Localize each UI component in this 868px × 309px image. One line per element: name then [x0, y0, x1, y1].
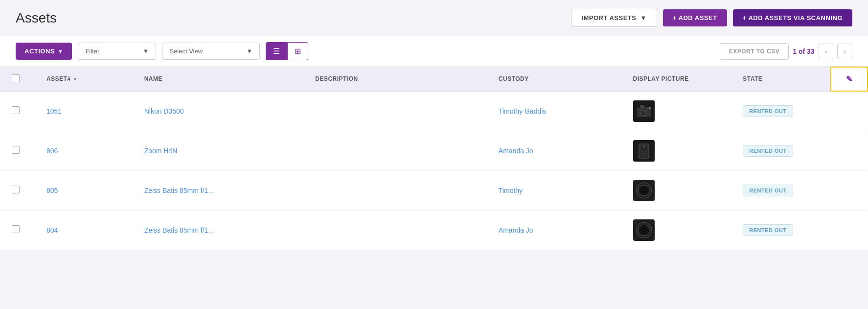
toolbar-right: EXPORT TO CSV 1 of 33 ‹ › [720, 43, 852, 60]
view-toggle-group: ☰ ⊞ [266, 42, 308, 60]
assets-table: ASSET# ▼ NAME DESCRIPTION CUSTODY DISPLA… [0, 67, 868, 250]
page-total: of 33 [799, 48, 815, 55]
asset-link-0[interactable]: 1051 [46, 107, 62, 115]
export-label: EXPORT TO CSV [729, 48, 780, 55]
edit-pencil-icon[interactable]: ✎ [846, 75, 853, 83]
name-link-3[interactable]: Zeiss Batis 85mm f/1... [144, 226, 214, 234]
device-image-0 [633, 100, 655, 122]
custody-link-0[interactable]: Timothy Gaddis [499, 107, 547, 115]
svg-rect-9 [641, 151, 647, 152]
row-name-0: Nikon D3500 [135, 91, 306, 131]
row-custody-1: Amanda Jo [489, 131, 623, 170]
column-header-display-picture: DISPLAY PICTURE [623, 67, 733, 91]
row-state-3: RENTED OUT [733, 210, 831, 250]
row-description-3 [305, 210, 489, 250]
svg-rect-4 [640, 105, 644, 108]
import-assets-button[interactable]: IMPORT ASSETS ▼ [571, 9, 657, 27]
device-image-2 [633, 180, 655, 201]
row-state-1: RENTED OUT [733, 131, 831, 170]
asset-link-2[interactable]: 805 [46, 187, 58, 194]
row-description-2 [305, 170, 489, 210]
view-chevron-icon: ▼ [247, 48, 253, 55]
row-asset-num-0: 1051 [37, 91, 135, 131]
name-link-1[interactable]: Zoom H4N [144, 147, 178, 155]
column-header-custody: CUSTODY [489, 67, 623, 91]
add-scanning-label: + ADD ASSETS VIA SCANNING [743, 14, 843, 22]
add-asset-label: + ADD ASSET [673, 14, 717, 22]
asset-link-3[interactable]: 804 [46, 226, 58, 234]
asset-sort-icon[interactable]: ▼ [73, 76, 78, 82]
add-assets-scanning-button[interactable]: + ADD ASSETS VIA SCANNING [733, 9, 852, 26]
table-header-row: ASSET# ▼ NAME DESCRIPTION CUSTODY DISPLA… [0, 67, 868, 91]
toolbar: ACTIONS ▼ Filter ▼ Select View ▼ ☰ ⊞ EXP… [0, 36, 868, 67]
row-checkbox-3[interactable] [12, 225, 20, 233]
page-title: Assets [16, 10, 57, 26]
column-header-description: DESCRIPTION [305, 67, 489, 91]
list-view-icon: ☰ [273, 47, 280, 55]
row-state-2: RENTED OUT [733, 170, 831, 210]
row-edit-cell-0 [831, 91, 868, 131]
pagination-prev-button[interactable]: ‹ [819, 44, 834, 59]
row-picture-2 [623, 170, 733, 210]
pagination-next-button[interactable]: › [837, 44, 852, 59]
row-checkbox-1[interactable] [12, 146, 20, 154]
row-name-1: Zoom H4N [135, 131, 306, 170]
row-asset-num-3: 804 [37, 210, 135, 250]
row-custody-3: Amanda Jo [489, 210, 623, 250]
column-header-name: NAME [135, 67, 306, 91]
row-picture-1 [623, 131, 733, 170]
asset-link-1[interactable]: 806 [46, 147, 58, 155]
row-checkbox-cell-3[interactable] [0, 210, 37, 250]
row-description-1 [305, 131, 489, 170]
pagination-info: 1 of 33 [793, 48, 814, 55]
row-edit-cell-2 [831, 170, 868, 210]
dropdown-caret-icon: ▼ [640, 14, 646, 22]
row-checkbox-0[interactable] [12, 106, 20, 114]
actions-button[interactable]: ACTIONS ▼ [16, 43, 72, 60]
import-label: IMPORT ASSETS [581, 14, 636, 22]
row-checkbox-cell-2[interactable] [0, 170, 37, 210]
custody-link-3[interactable]: Amanda Jo [499, 226, 533, 234]
column-header-state: STATE [733, 67, 831, 91]
actions-label: ACTIONS [24, 48, 55, 55]
add-asset-button[interactable]: + ADD ASSET [663, 9, 727, 26]
name-link-2[interactable]: Zeiss Batis 85mm f/1... [144, 187, 214, 194]
table-row: 805 Zeiss Batis 85mm f/1... Timothy RENT… [0, 170, 868, 210]
row-state-0: RENTED OUT [733, 91, 831, 131]
column-header-asset-num: ASSET# ▼ [37, 67, 135, 91]
row-asset-num-2: 805 [37, 170, 135, 210]
device-image-3 [633, 219, 655, 241]
table-row: 804 Zeiss Batis 85mm f/1... Amanda Jo RE… [0, 210, 868, 250]
grid-view-icon: ⊞ [295, 47, 301, 55]
custody-link-2[interactable]: Timothy [499, 187, 523, 194]
row-picture-3 [623, 210, 733, 250]
filter-label: Filter [85, 48, 99, 55]
status-badge-2: RENTED OUT [743, 185, 793, 196]
select-view-dropdown[interactable]: Select View ▼ [162, 43, 260, 60]
row-checkbox-2[interactable] [12, 186, 20, 193]
row-checkbox-cell-0[interactable] [0, 91, 37, 131]
select-all-checkbox[interactable] [12, 74, 20, 82]
select-view-label: Select View [169, 48, 203, 55]
list-view-button[interactable]: ☰ [266, 42, 287, 60]
row-picture-0 [623, 91, 733, 131]
svg-point-3 [642, 110, 646, 114]
row-name-3: Zeiss Batis 85mm f/1... [135, 210, 306, 250]
svg-point-16 [643, 190, 645, 191]
row-asset-num-1: 806 [37, 131, 135, 170]
row-checkbox-cell-1[interactable] [0, 131, 37, 170]
name-link-0[interactable]: Nikon D3500 [144, 107, 184, 115]
filter-dropdown[interactable]: Filter ▼ [78, 43, 156, 60]
grid-view-button[interactable]: ⊞ [287, 42, 308, 60]
column-header-edit: ✎ [831, 67, 868, 91]
status-badge-0: RENTED OUT [743, 105, 793, 117]
header-actions: IMPORT ASSETS ▼ + ADD ASSET + ADD ASSETS… [571, 9, 852, 27]
filter-chevron-icon: ▼ [143, 48, 149, 55]
export-csv-button[interactable]: EXPORT TO CSV [720, 43, 789, 60]
select-all-checkbox-header[interactable] [0, 67, 37, 91]
assets-table-container: ASSET# ▼ NAME DESCRIPTION CUSTODY DISPLA… [0, 67, 868, 250]
custody-link-1[interactable]: Amanda Jo [499, 147, 533, 155]
svg-point-5 [649, 107, 651, 109]
row-description-0 [305, 91, 489, 131]
svg-rect-10 [641, 153, 647, 155]
